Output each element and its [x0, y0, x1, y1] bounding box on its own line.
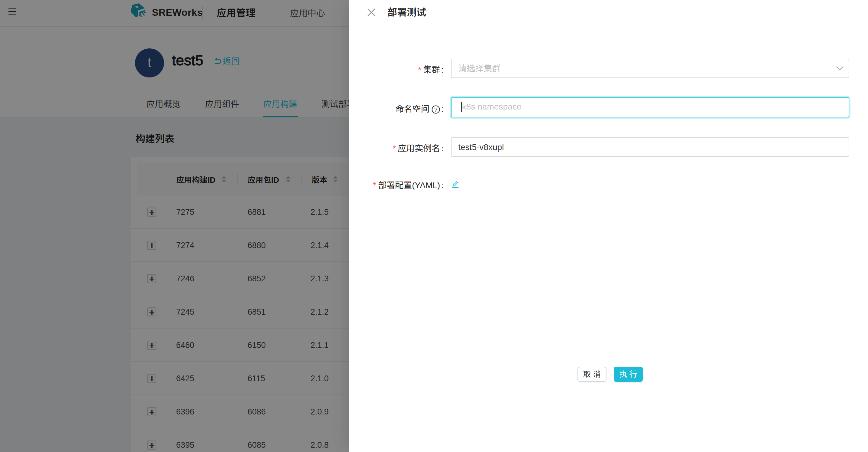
svg-text:?: ?	[434, 106, 437, 112]
